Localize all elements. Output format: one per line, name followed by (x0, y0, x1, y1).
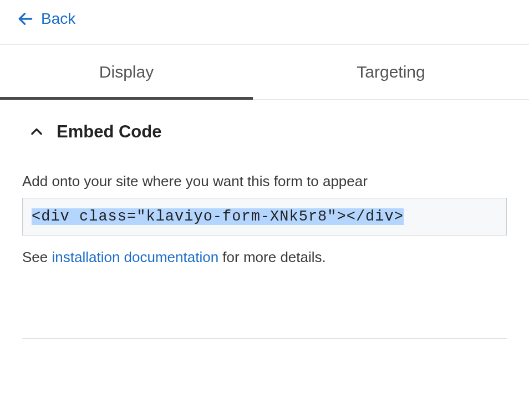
embed-code-toggle[interactable]: Embed Code (22, 122, 507, 142)
details-prefix: See (22, 249, 52, 265)
arrow-left-icon (17, 10, 34, 28)
divider (22, 338, 507, 339)
back-link[interactable]: Back (0, 0, 92, 44)
embed-code-box[interactable]: <div class="klaviyo-form-XNk5r8"></div> (22, 198, 507, 235)
embed-code-section: Embed Code Add onto your site where you … (0, 100, 529, 266)
details-suffix: for more details. (218, 249, 326, 265)
tab-targeting[interactable]: Targeting (253, 45, 529, 99)
tab-display[interactable]: Display (0, 45, 253, 99)
tabs-container: Display Targeting (0, 44, 529, 100)
tab-targeting-label: Targeting (357, 63, 425, 81)
chevron-up-icon (29, 124, 44, 140)
installation-doc-link[interactable]: installation documentation (52, 249, 219, 265)
details-text: See installation documentation for more … (22, 249, 507, 266)
back-label: Back (41, 10, 75, 28)
instruction-text: Add onto your site where you want this f… (22, 173, 507, 190)
section-title: Embed Code (57, 122, 161, 142)
tab-display-label: Display (99, 63, 154, 81)
embed-code-snippet: <div class="klaviyo-form-XNk5r8"></div> (32, 208, 404, 225)
